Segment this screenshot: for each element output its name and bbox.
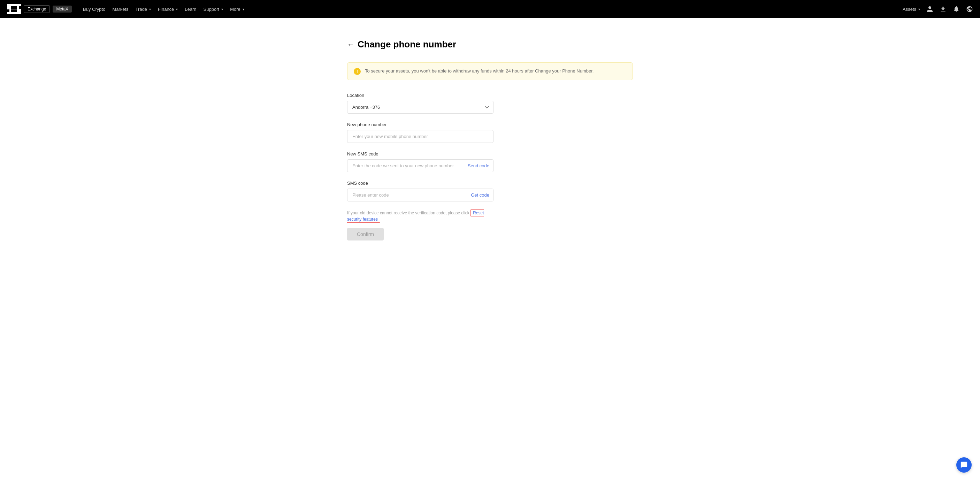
okx-logo xyxy=(7,4,21,14)
page-header: ← Change phone number xyxy=(347,39,633,50)
more-chevron: ▾ xyxy=(243,7,244,11)
support-chevron: ▾ xyxy=(221,7,223,11)
new-phone-group: New phone number xyxy=(347,122,493,143)
get-code-button[interactable]: Get code xyxy=(471,193,489,197)
page-title: Change phone number xyxy=(358,39,456,50)
logo-area: Exchange MetaX xyxy=(7,4,72,14)
sms-code-input-wrapper: Get code xyxy=(347,189,493,201)
nav-assets[interactable]: Assets ▾ xyxy=(903,6,920,12)
nav-markets[interactable]: Markets xyxy=(112,6,128,12)
nav-trade[interactable]: Trade ▾ xyxy=(135,6,151,12)
new-sms-group: New SMS code Send code xyxy=(347,151,493,172)
nav-learn[interactable]: Learn xyxy=(185,6,196,12)
new-sms-label: New SMS code xyxy=(347,151,493,156)
nav-buy-crypto[interactable]: Buy Crypto xyxy=(83,6,105,12)
helper-text: If your old device cannot receive the ve… xyxy=(347,210,493,222)
assets-chevron: ▾ xyxy=(918,7,920,11)
nav-links: Buy Crypto Markets Trade ▾ Finance ▾ Lea… xyxy=(83,6,244,12)
sms-code-label: SMS code xyxy=(347,180,493,186)
back-button[interactable]: ← xyxy=(347,40,354,48)
bell-icon xyxy=(953,6,960,13)
nav-support[interactable]: Support ▾ xyxy=(204,6,223,12)
nav-right: Assets ▾ xyxy=(903,6,973,13)
trade-chevron: ▾ xyxy=(149,7,151,11)
warning-banner: ! To secure your assets, you won't be ab… xyxy=(347,62,633,80)
navbar: Exchange MetaX Buy Crypto Markets Trade … xyxy=(0,0,980,18)
location-group: Location Andorra +376 xyxy=(347,93,493,114)
nav-bell-icon[interactable] xyxy=(953,6,960,13)
nav-download-icon[interactable] xyxy=(940,6,947,13)
nav-more[interactable]: More ▾ xyxy=(230,6,244,12)
warning-text: To secure your assets, you won't be able… xyxy=(365,68,593,75)
metax-tab[interactable]: MetaX xyxy=(52,6,72,13)
confirm-button[interactable]: Confirm xyxy=(347,228,384,240)
download-icon xyxy=(940,6,947,13)
new-phone-input[interactable] xyxy=(347,130,493,143)
warning-icon: ! xyxy=(354,68,361,75)
exchange-tab[interactable]: Exchange xyxy=(24,5,50,13)
location-label: Location xyxy=(347,93,493,98)
new-sms-input-wrapper: Send code xyxy=(347,159,493,172)
nav-user-icon[interactable] xyxy=(926,6,933,13)
send-code-button[interactable]: Send code xyxy=(468,163,489,168)
nav-finance[interactable]: Finance ▾ xyxy=(158,6,178,12)
user-icon xyxy=(926,6,933,13)
form-section: Location Andorra +376 New phone number N… xyxy=(347,93,493,240)
main-content: ← Change phone number ! To secure your a… xyxy=(333,18,647,261)
nav-globe-icon[interactable] xyxy=(966,6,973,13)
finance-chevron: ▾ xyxy=(176,7,178,11)
location-select[interactable]: Andorra +376 xyxy=(347,101,493,114)
sms-code-group: SMS code Get code xyxy=(347,180,493,201)
globe-icon xyxy=(966,6,973,13)
new-phone-label: New phone number xyxy=(347,122,493,127)
